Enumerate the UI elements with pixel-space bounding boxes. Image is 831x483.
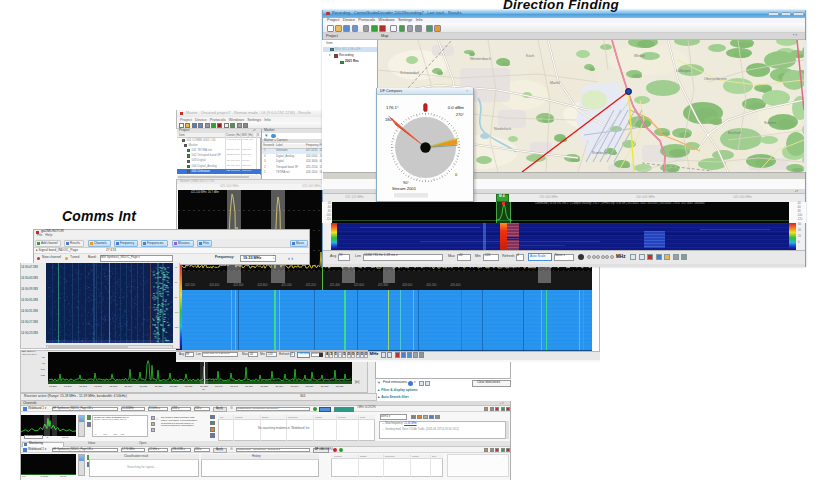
svg-text:0: 0 [455, 172, 458, 177]
svg-text:Steinen: Steinen [764, 121, 776, 125]
svg-text:Westersbach: Westersbach [470, 57, 491, 61]
svg-text:Rumbarg: Rumbarg [592, 151, 607, 155]
svg-text:Oberschbrunn: Oberschbrunn [704, 77, 727, 81]
svg-text:90°: 90° [403, 180, 409, 185]
svg-text:Marktl: Marktl [550, 81, 560, 85]
svg-text:180°: 180° [385, 117, 394, 122]
svg-text:0.0 dBm: 0.0 dBm [448, 105, 465, 110]
svg-text:176.1°: 176.1° [386, 105, 399, 110]
svg-text:Stream 2001: Stream 2001 [392, 186, 417, 191]
svg-text:Winkel: Winkel [634, 54, 645, 58]
svg-text:Büchsel: Büchsel [728, 131, 741, 135]
svg-text:Niederlach: Niederlach [494, 127, 511, 131]
svg-text:Koch: Koch [526, 54, 534, 58]
svg-text:270°: 270° [456, 112, 465, 117]
svg-text:Schwandorf: Schwandorf [400, 71, 419, 75]
svg-text:Lüftingen: Lüftingen [676, 69, 691, 73]
